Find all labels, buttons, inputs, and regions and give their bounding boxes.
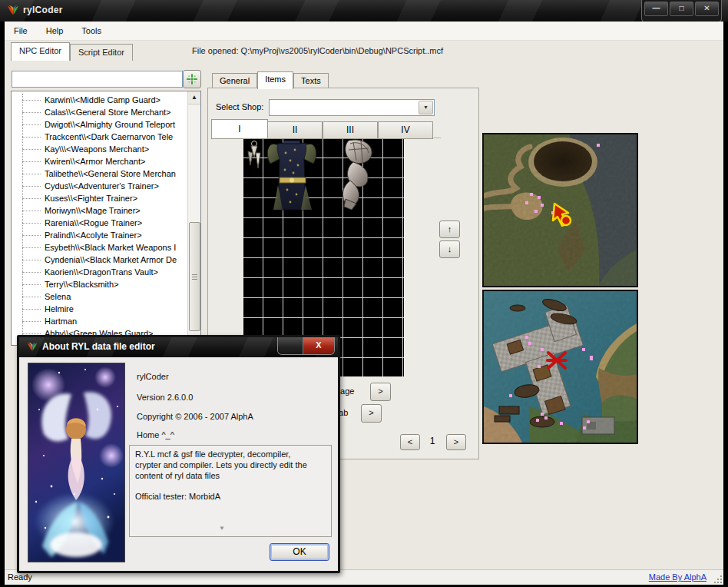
- npc-name: Kay\\\<Weapons Merchant>: [45, 144, 149, 154]
- page-next-button[interactable]: >: [446, 434, 466, 450]
- search-input[interactable]: [12, 71, 183, 88]
- page-number: 1: [426, 436, 438, 446]
- app-logo-icon: [26, 341, 38, 353]
- tree-item[interactable]: Kaorien\\<DragonTrans Vault>: [12, 266, 200, 278]
- npc-name: Kaorien\\<DragonTrans Vault>: [45, 267, 158, 277]
- tree-item[interactable]: Calas\\<General Store Merchant>: [12, 106, 200, 118]
- tree-item[interactable]: Hartman: [12, 315, 200, 327]
- chevron-down-icon[interactable]: ▼: [419, 101, 433, 114]
- tree-connector: [22, 186, 41, 187]
- tree-item[interactable]: Selena: [12, 290, 200, 303]
- tree-connector: [22, 284, 41, 285]
- tab-script-editor[interactable]: Script Editor: [70, 44, 133, 61]
- tree-item[interactable]: Pralind\\<Acolyte Trainer>: [12, 229, 200, 241]
- tree-connector: [22, 100, 41, 101]
- shop-tab-iii[interactable]: III: [323, 121, 378, 139]
- tab-npc-editor[interactable]: NPC Editor: [11, 42, 70, 61]
- about-home-link[interactable]: Home ^_^: [137, 430, 174, 439]
- about-copyright: Copyright © 2006 - 2007 AlphA: [137, 412, 253, 421]
- tree-item[interactable]: Rarenia\\<Rogue Trainer>: [12, 217, 200, 229]
- title-bar[interactable]: rylCoder — □ ✕: [0, 0, 728, 22]
- item-plate-gauntlet[interactable]: [338, 139, 378, 211]
- tree-guide-line: [22, 94, 23, 343]
- npc-name: Terry\\<Blacksmith>: [45, 280, 119, 289]
- item-ornate-armor[interactable]: [264, 139, 319, 214]
- tree-item[interactable]: Esybeth\\<Black Market Weapons I: [12, 241, 200, 254]
- shop-tab-iv[interactable]: IV: [378, 121, 433, 139]
- credit-link[interactable]: Made By AlphA: [649, 572, 706, 582]
- npc-name: Kwiren\\<Armor Merchant>: [45, 157, 145, 166]
- tree-item[interactable]: Trackcent\\<Dark Caernarvon Tele: [12, 131, 200, 143]
- tree-item[interactable]: Kwiren\\<Armor Merchant>: [12, 155, 200, 167]
- menu-item-tools[interactable]: Tools: [72, 23, 111, 38]
- npc-tree[interactable]: Karwin\\<Middle Camp Guard>Calas\\<Gener…: [11, 91, 201, 346]
- npc-name: Calas\\<General Store Merchant>: [45, 108, 170, 117]
- item-pendant[interactable]: [244, 139, 263, 177]
- about-dialog: About RYL data file editor X: [17, 335, 340, 573]
- tree-connector: [22, 260, 41, 260]
- npc-name: Rarenia\\<Rogue Trainer>: [45, 218, 142, 227]
- status-text: Ready: [8, 572, 32, 582]
- copy-tab-button[interactable]: >: [361, 404, 382, 423]
- desc-scroll-down-icon[interactable]: ▼: [219, 525, 225, 532]
- tree-item[interactable]: Karwin\\<Middle Camp Guard>: [12, 94, 200, 106]
- tree-connector: [22, 223, 41, 224]
- about-app-name: rylCoder: [137, 372, 169, 381]
- npc-name: Karwin\\<Middle Camp Guard>: [45, 95, 160, 104]
- ok-button[interactable]: OK: [270, 543, 329, 561]
- editor-tab-general[interactable]: General: [212, 73, 257, 89]
- tree-item[interactable]: Talibethe\\<General Store Merchan: [12, 167, 200, 180]
- copy-page-button[interactable]: >: [370, 383, 391, 401]
- locate-crosshair-icon: [187, 74, 197, 85]
- tree-connector: [22, 297, 41, 297]
- tree-connector: [22, 112, 41, 113]
- tree-connector: [22, 149, 41, 150]
- tree-connector: [22, 309, 41, 310]
- tree-item[interactable]: Dwigot\\<Almighty Ground Teleport: [12, 118, 200, 131]
- editor-tab-texts[interactable]: Texts: [293, 73, 329, 89]
- tree-item[interactable]: Terry\\<Blacksmith>: [12, 278, 200, 290]
- editor-tab-items[interactable]: Items: [257, 71, 293, 89]
- about-artwork-image: [28, 363, 125, 562]
- tree-item[interactable]: Helmire: [12, 303, 200, 315]
- window-controls: — □ ✕: [641, 0, 722, 23]
- menu-item-file[interactable]: File: [5, 23, 37, 38]
- about-close-button[interactable]: X: [303, 337, 334, 354]
- shop-tab-i[interactable]: I: [211, 119, 268, 139]
- tree-item[interactable]: Moriwyn\\<Mage Trainer>: [12, 204, 200, 217]
- harbor-map-image: [484, 291, 637, 443]
- close-button[interactable]: ✕: [695, 2, 719, 16]
- resize-grip[interactable]: [713, 574, 722, 583]
- maximize-button[interactable]: □: [670, 2, 693, 16]
- tree-item[interactable]: Cydus\\<Adventurer's Trainer>: [12, 180, 200, 192]
- about-restore-button[interactable]: [278, 337, 303, 354]
- tree-connector: [22, 174, 41, 174]
- tree-connector: [22, 235, 41, 236]
- about-description: R.Y.L mcf & gsf file decrypter, decompil…: [129, 445, 332, 537]
- tree-item[interactable]: Kuses\\<Fighter Trainer>: [12, 192, 200, 204]
- about-version: Version 2.6.0.0: [137, 393, 193, 402]
- shop-combobox[interactable]: ▼: [269, 99, 435, 116]
- npc-name: Helmire: [45, 304, 74, 313]
- npc-name: Esybeth\\<Black Market Weapons I: [45, 243, 176, 252]
- tree-connector: [22, 124, 41, 125]
- page-prev-button[interactable]: <: [400, 434, 420, 450]
- window-title: rylCoder: [23, 5, 63, 15]
- menu-bar: FileHelpTools: [5, 22, 723, 41]
- tree-scrollbar[interactable]: ▲: [187, 91, 200, 345]
- minimize-button[interactable]: —: [644, 2, 668, 16]
- about-title-bar[interactable]: About RYL data file editor X: [19, 337, 338, 357]
- scrollbar-thumb[interactable]: [189, 222, 200, 331]
- npc-name: Hartman: [45, 317, 77, 326]
- scroll-up-icon[interactable]: ▲: [188, 91, 200, 104]
- locate-button[interactable]: [183, 70, 201, 88]
- move-down-button[interactable]: ↓: [439, 240, 460, 258]
- tree-item[interactable]: Cyndenia\\<Black Market Armor De: [12, 254, 200, 266]
- tree-connector: [22, 247, 41, 248]
- tree-connector: [22, 211, 41, 211]
- move-up-button[interactable]: ↑: [439, 221, 460, 238]
- menu-item-help[interactable]: Help: [37, 23, 73, 38]
- shop-tab-ii[interactable]: II: [267, 121, 323, 139]
- tree-item[interactable]: Kay\\\<Weapons Merchant>: [12, 143, 200, 155]
- desc-scroll-up-icon[interactable]: ▲: [219, 449, 225, 456]
